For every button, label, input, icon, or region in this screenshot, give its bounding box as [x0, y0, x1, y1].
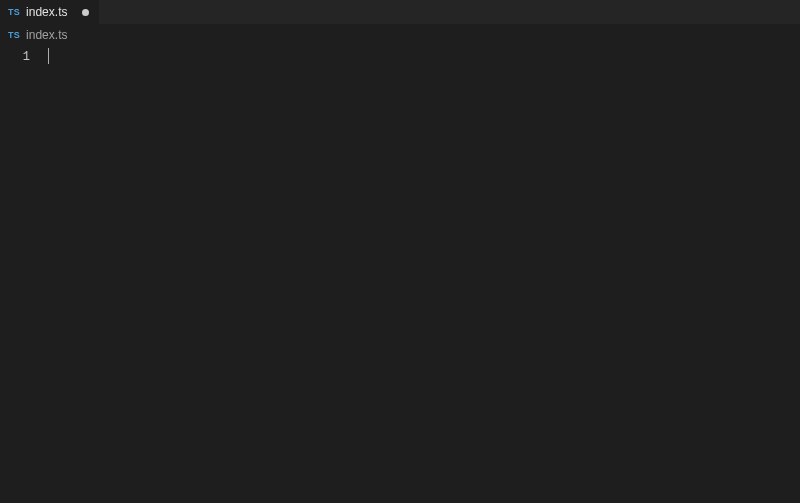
text-cursor [48, 48, 49, 64]
typescript-icon: TS [8, 30, 20, 40]
line-number-gutter: 1 [0, 46, 48, 503]
breadcrumb-path: index.ts [26, 28, 67, 42]
unsaved-indicator-icon[interactable] [82, 9, 89, 16]
typescript-icon: TS [8, 7, 20, 17]
line-number: 1 [0, 48, 48, 66]
tab-bar: TS index.ts [0, 0, 800, 24]
code-area[interactable] [48, 46, 800, 503]
tab-index-ts[interactable]: TS index.ts [0, 0, 100, 24]
editor[interactable]: 1 [0, 46, 800, 503]
breadcrumb[interactable]: TS index.ts [0, 24, 800, 46]
tab-label: index.ts [26, 5, 76, 19]
